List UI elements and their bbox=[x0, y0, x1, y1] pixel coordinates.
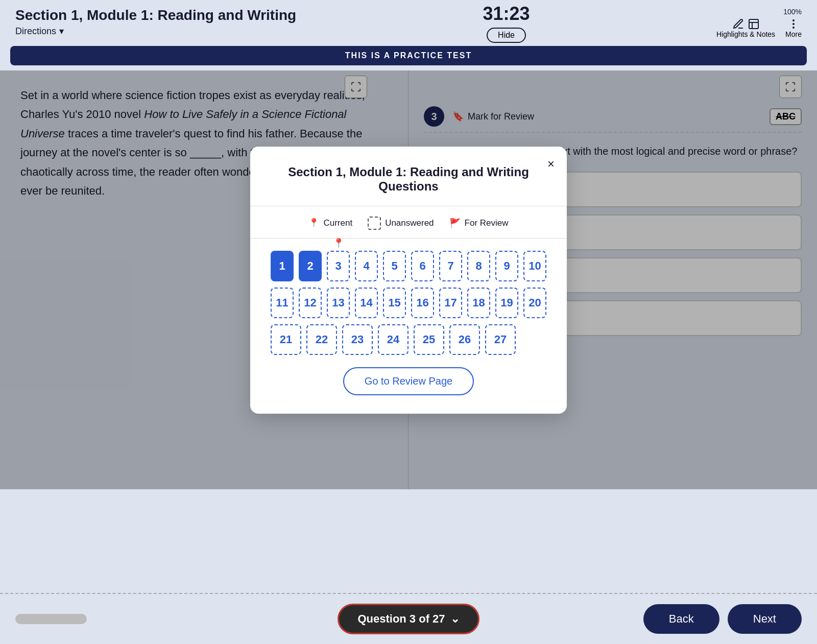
svg-point-3 bbox=[792, 19, 795, 21]
question-btn-14[interactable]: 14 bbox=[355, 288, 378, 318]
legend-current-label: Current bbox=[323, 218, 352, 228]
chevron-down-icon: ⌄ bbox=[450, 612, 460, 626]
question-indicator-button[interactable]: Question 3 of 27 ⌄ bbox=[338, 604, 479, 634]
modal-divider-2 bbox=[250, 238, 567, 238]
modal-title-line2: Questions bbox=[271, 179, 546, 194]
questions-grid: 1 2 📍 3 4 5 6 7 8 9 10 11 bbox=[271, 251, 546, 355]
current-pin-icon: 📍 bbox=[308, 218, 319, 228]
grid-row-1: 1 2 📍 3 4 5 6 7 8 9 10 bbox=[271, 251, 546, 281]
question-btn-16[interactable]: 16 bbox=[411, 288, 434, 318]
header-left: Section 1, Module 1: Reading and Writing… bbox=[15, 7, 296, 39]
question-indicator-text: Question 3 of 27 bbox=[357, 612, 445, 626]
question-btn-5[interactable]: 5 bbox=[383, 251, 406, 281]
legend-unanswered-label: Unanswered bbox=[385, 218, 434, 228]
question-btn-9[interactable]: 9 bbox=[495, 251, 518, 281]
directions-label: Directions bbox=[15, 26, 56, 37]
svg-point-4 bbox=[792, 23, 795, 25]
question-navigator-modal: × Section 1, Module 1: Reading and Writi… bbox=[250, 147, 567, 414]
go-to-review-button[interactable]: Go to Review Page bbox=[343, 367, 474, 395]
svg-point-5 bbox=[792, 27, 795, 29]
highlights-notes-group[interactable]: Highlights & Notes bbox=[716, 18, 775, 38]
question-btn-21[interactable]: 21 bbox=[271, 324, 301, 355]
question-btn-1[interactable]: 1 bbox=[271, 251, 294, 281]
main-content: Set in a world where science fiction tro… bbox=[0, 70, 817, 489]
question-btn-11[interactable]: 11 bbox=[271, 288, 294, 318]
question-btn-18[interactable]: 18 bbox=[467, 288, 490, 318]
directions-button[interactable]: Directions ▾ bbox=[15, 23, 296, 39]
modal-divider-1 bbox=[250, 206, 567, 206]
modal-close-button[interactable]: × bbox=[547, 157, 555, 171]
next-button[interactable]: Next bbox=[728, 604, 802, 634]
question-btn-4[interactable]: 4 bbox=[355, 251, 378, 281]
footer-progress-bar bbox=[15, 614, 87, 624]
legend-current: 📍 Current bbox=[308, 218, 352, 228]
question-btn-27[interactable]: 27 bbox=[485, 324, 516, 355]
current-pin-indicator: 📍 bbox=[333, 237, 344, 249]
question-btn-22[interactable]: 22 bbox=[306, 324, 337, 355]
legend-review-label: For Review bbox=[465, 218, 509, 228]
highlights-notes-icon bbox=[732, 18, 760, 30]
svg-rect-0 bbox=[749, 19, 758, 29]
footer-nav-group: Back Next bbox=[643, 604, 802, 634]
header-center: 31:23 Hide bbox=[483, 3, 530, 43]
back-button[interactable]: Back bbox=[643, 604, 719, 634]
question-btn-8[interactable]: 8 bbox=[467, 251, 490, 281]
grid-row-3: 21 22 23 24 25 26 27 bbox=[271, 324, 546, 355]
modal-title: Section 1, Module 1: Reading and Writing… bbox=[271, 165, 546, 194]
question-btn-2[interactable]: 2 bbox=[299, 251, 322, 281]
question-btn-20[interactable]: 20 bbox=[523, 288, 546, 318]
question-btn-23[interactable]: 23 bbox=[342, 324, 373, 355]
more-icon bbox=[787, 18, 800, 30]
question-btn-10[interactable]: 10 bbox=[523, 251, 546, 281]
footer: Question 3 of 27 ⌄ Back Next bbox=[0, 593, 817, 644]
modal-overlay: × Section 1, Module 1: Reading and Writi… bbox=[0, 70, 817, 489]
question-btn-24[interactable]: 24 bbox=[378, 324, 408, 355]
directions-chevron-icon: ▾ bbox=[59, 26, 64, 37]
question-btn-26[interactable]: 26 bbox=[449, 324, 480, 355]
legend-unanswered: Unanswered bbox=[368, 217, 434, 230]
battery-display: 100% bbox=[783, 8, 802, 16]
question-btn-12[interactable]: 12 bbox=[299, 288, 322, 318]
more-group[interactable]: More bbox=[785, 18, 802, 38]
question-btn-13[interactable]: 13 bbox=[327, 288, 350, 318]
highlights-notes-label: Highlights & Notes bbox=[716, 30, 775, 38]
question-btn-19[interactable]: 19 bbox=[495, 288, 518, 318]
unanswered-box-icon bbox=[368, 217, 381, 230]
question-btn-7[interactable]: 7 bbox=[439, 251, 462, 281]
question-btn-17[interactable]: 17 bbox=[439, 288, 462, 318]
question-btn-6[interactable]: 6 bbox=[411, 251, 434, 281]
hide-button[interactable]: Hide bbox=[487, 28, 526, 43]
timer-display: 31:23 bbox=[483, 3, 530, 25]
review-flag-icon: 🚩 bbox=[449, 218, 461, 229]
legend-for-review: 🚩 For Review bbox=[449, 218, 509, 229]
legend: 📍 Current Unanswered 🚩 For Review bbox=[271, 217, 546, 230]
practice-banner: THIS IS A PRACTICE TEST bbox=[10, 46, 807, 65]
grid-row-2: 11 12 13 14 15 16 17 18 19 20 bbox=[271, 288, 546, 318]
more-label: More bbox=[785, 30, 802, 38]
modal-title-line1: Section 1, Module 1: Reading and Writing bbox=[271, 165, 546, 179]
question-btn-25[interactable]: 25 bbox=[414, 324, 444, 355]
section-title: Section 1, Module 1: Reading and Writing bbox=[15, 7, 296, 23]
header-icons: Highlights & Notes More bbox=[716, 18, 802, 38]
header-right: 100% Highlights & Notes More bbox=[716, 8, 802, 38]
question-btn-3[interactable]: 📍 3 bbox=[327, 251, 350, 281]
header: Section 1, Module 1: Reading and Writing… bbox=[0, 0, 817, 46]
question-btn-15[interactable]: 15 bbox=[383, 288, 406, 318]
